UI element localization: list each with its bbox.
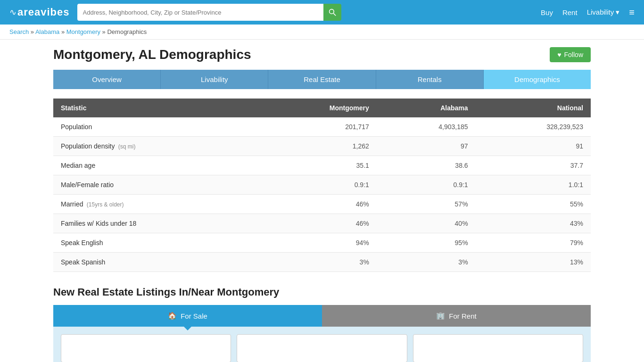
listing-tab-for-rent[interactable]: 🏢 For Rent	[322, 305, 591, 327]
tabs: Overview Livability Real Estate Rentals …	[53, 70, 591, 89]
col-header-national: National	[476, 99, 591, 117]
stat-value-alabama: 97	[377, 137, 476, 156]
stat-value-alabama: 57%	[377, 195, 476, 214]
demographics-table: Statistic Montgomery Alabama National Po…	[53, 99, 591, 272]
table-row: Population201,7174,903,185328,239,523	[53, 117, 591, 137]
table-header-row: Statistic Montgomery Alabama National	[53, 99, 591, 117]
table-row: Male/Female ratio0.9:10.9:11.0:1	[53, 175, 591, 195]
nav-rent[interactable]: Rent	[562, 8, 578, 16]
svg-point-0	[330, 9, 334, 14]
stat-value-montgomery: 94%	[255, 233, 377, 253]
search-button[interactable]	[323, 4, 341, 21]
tab-demographics[interactable]: Demographics	[484, 70, 591, 89]
nav-buy[interactable]: Buy	[541, 8, 553, 16]
listing-card-2	[237, 334, 407, 362]
table-body: Population201,7174,903,185328,239,523Pop…	[53, 117, 591, 272]
for-sale-icon: 🏠	[168, 312, 177, 320]
stat-name: Speak English	[53, 233, 255, 253]
stat-sub: (15yrs & older)	[85, 201, 124, 208]
listing-cards-row	[53, 327, 591, 362]
stat-value-national: 328,239,523	[476, 117, 591, 137]
breadcrumb-sep2: »	[61, 28, 66, 35]
real-estate-section: New Real Estate Listings In/Near Montgom…	[53, 286, 591, 362]
table-row: Speak Spanish3%3%13%	[53, 253, 591, 272]
logo-waves-icon: ∿	[9, 7, 17, 17]
stat-value-montgomery: 3%	[255, 253, 377, 272]
logo-text: areavibes	[17, 6, 70, 18]
stat-name: Population density (sq mi)	[53, 137, 255, 156]
stat-value-national: 91	[476, 137, 591, 156]
for-rent-label: For Rent	[449, 312, 476, 320]
stat-name: Population	[53, 117, 255, 137]
page-title: Montgomery, AL Demographics	[53, 47, 251, 62]
follow-label: Follow	[564, 51, 583, 58]
tab-livability[interactable]: Livability	[161, 70, 268, 89]
title-row: Montgomery, AL Demographics ♥ Follow	[53, 47, 591, 62]
for-sale-label: For Sale	[181, 312, 207, 320]
stat-value-montgomery: 1,262	[255, 137, 377, 156]
logo-area[interactable]: ∿ areavibes	[9, 6, 70, 18]
breadcrumb-alabama[interactable]: Alabama	[35, 28, 59, 35]
stat-value-montgomery: 201,717	[255, 117, 377, 137]
stat-name: Median age	[53, 156, 255, 175]
col-header-statistic: Statistic	[53, 99, 255, 117]
stat-value-montgomery: 35.1	[255, 156, 377, 175]
listing-card-1	[61, 334, 231, 362]
breadcrumb-sep1: »	[31, 28, 35, 35]
stat-value-montgomery: 0.9:1	[255, 175, 377, 195]
table-row: Speak English94%95%79%	[53, 233, 591, 253]
stat-value-national: 79%	[476, 233, 591, 253]
stat-sub: (sq mi)	[116, 143, 135, 150]
stat-name: Speak Spanish	[53, 253, 255, 272]
breadcrumb-montgomery[interactable]: Montgomery	[66, 28, 100, 35]
nav-livability[interactable]: Livability ▾	[587, 8, 620, 16]
hamburger-icon[interactable]: ≡	[629, 7, 635, 18]
col-header-montgomery: Montgomery	[255, 99, 377, 117]
breadcrumb-current: Demographics	[107, 28, 147, 35]
listing-tabs: 🏠 For Sale 🏢 For Rent	[53, 305, 591, 327]
table-row: Families w/ Kids under 1846%40%43%	[53, 214, 591, 233]
heart-icon: ♥	[557, 51, 561, 58]
follow-button[interactable]: ♥ Follow	[550, 47, 591, 62]
tab-real-estate[interactable]: Real Estate	[268, 70, 376, 89]
stat-value-national: 37.7	[476, 156, 591, 175]
stat-value-alabama: 4,903,185	[377, 117, 476, 137]
stat-value-montgomery: 46%	[255, 214, 377, 233]
stat-value-alabama: 0.9:1	[377, 175, 476, 195]
col-header-alabama: Alabama	[377, 99, 476, 117]
breadcrumb-search[interactable]: Search	[9, 28, 29, 35]
table-row: Married (15yrs & older)46%57%55%	[53, 195, 591, 214]
main-content: Montgomery, AL Demographics ♥ Follow Ove…	[44, 40, 600, 362]
svg-line-1	[333, 13, 336, 16]
stat-value-alabama: 95%	[377, 233, 476, 253]
stat-name: Married (15yrs & older)	[53, 195, 255, 214]
stat-name: Families w/ Kids under 18	[53, 214, 255, 233]
stat-value-national: 1.0:1	[476, 175, 591, 195]
nav-links: Buy Rent Livability ▾ ≡	[541, 7, 635, 18]
listing-card-3	[413, 334, 583, 362]
stat-value-alabama: 38.6	[377, 156, 476, 175]
tab-overview[interactable]: Overview	[53, 70, 161, 89]
navbar: ∿ areavibes Buy Rent Livability ▾ ≡	[0, 0, 644, 25]
search-icon	[329, 8, 336, 16]
table-row: Population density (sq mi)1,2629791	[53, 137, 591, 156]
real-estate-title: New Real Estate Listings In/Near Montgom…	[53, 286, 591, 298]
stat-value-national: 55%	[476, 195, 591, 214]
breadcrumb: Search » Alabama » Montgomery » Demograp…	[0, 25, 644, 40]
breadcrumb-sep3: »	[102, 28, 107, 35]
table-row: Median age35.138.637.7	[53, 156, 591, 175]
stat-value-national: 43%	[476, 214, 591, 233]
stat-value-alabama: 40%	[377, 214, 476, 233]
listing-tab-for-sale[interactable]: 🏠 For Sale	[53, 305, 322, 327]
stat-value-montgomery: 46%	[255, 195, 377, 214]
tab-rentals[interactable]: Rentals	[376, 70, 484, 89]
search-bar-container	[77, 4, 341, 21]
search-input[interactable]	[77, 4, 324, 21]
stat-name: Male/Female ratio	[53, 175, 255, 195]
for-rent-icon: 🏢	[436, 312, 445, 320]
stat-value-national: 13%	[476, 253, 591, 272]
stat-value-alabama: 3%	[377, 253, 476, 272]
